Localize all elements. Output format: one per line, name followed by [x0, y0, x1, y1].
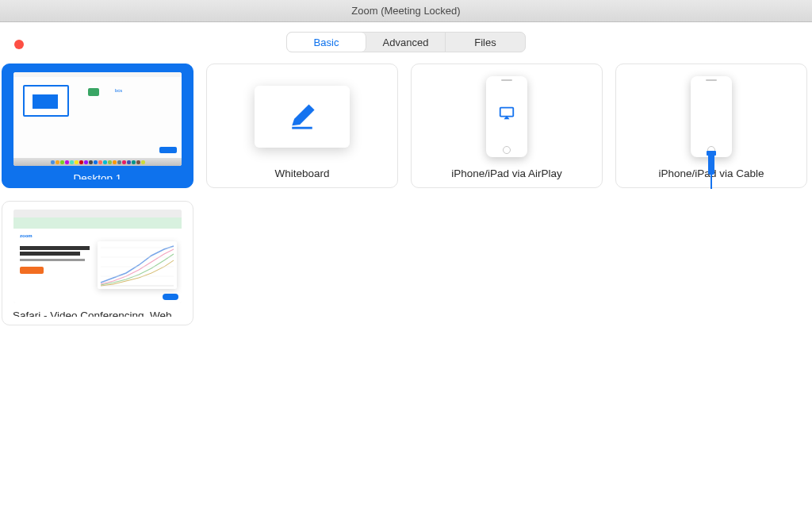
window-titlebar: Zoom (Meeting Locked): [0, 0, 812, 22]
share-option-desktop-1[interactable]: bcs Desktop 1: [2, 64, 193, 188]
safari-preview: zoom: [13, 210, 182, 303]
share-option-label: Safari - Video Conferencing, Web…: [13, 310, 182, 317]
desktop-preview: bcs: [13, 72, 182, 166]
cable-thumbnail: [616, 64, 806, 161]
phone-with-cable-icon: [691, 76, 732, 157]
share-option-label: Desktop 1: [74, 172, 122, 179]
tab-advanced[interactable]: Advanced: [366, 33, 446, 52]
tab-segmented-control: Basic Advanced Files: [286, 32, 526, 52]
close-button[interactable]: [14, 40, 24, 49]
whiteboard-thumbnail: [207, 64, 397, 161]
safari-thumbnail: zoom: [2, 202, 193, 303]
safari-preview-logo: zoom: [20, 233, 33, 238]
desktop-thumbnail: bcs: [2, 64, 193, 166]
phone-icon: [486, 76, 527, 157]
share-option-label: Whiteboard: [274, 167, 329, 179]
cable-icon: [708, 152, 714, 175]
share-option-safari-window[interactable]: zoom: [2, 201, 193, 325]
share-option-whiteboard[interactable]: Whiteboard: [206, 64, 398, 188]
share-options-grid: bcs Desktop 1 Whi: [0, 52, 812, 325]
share-option-airplay[interactable]: iPhone/iPad via AirPlay: [411, 64, 603, 188]
share-option-cable[interactable]: iPhone/iPad via Cable: [615, 64, 807, 188]
tab-segmented-control-wrap: Basic Advanced Files: [0, 22, 812, 52]
svg-rect-0: [292, 127, 312, 129]
whiteboard-icon: [255, 86, 350, 148]
svg-rect-1: [500, 108, 514, 117]
airplay-thumbnail: [412, 64, 602, 161]
tab-basic[interactable]: Basic: [287, 33, 366, 52]
window-title: Zoom (Meeting Locked): [351, 5, 460, 17]
airplay-icon: [498, 105, 515, 122]
share-option-label: iPhone/iPad via AirPlay: [451, 167, 562, 179]
window-body: Basic Advanced Files bcs: [0, 22, 812, 508]
tab-files[interactable]: Files: [446, 33, 525, 52]
